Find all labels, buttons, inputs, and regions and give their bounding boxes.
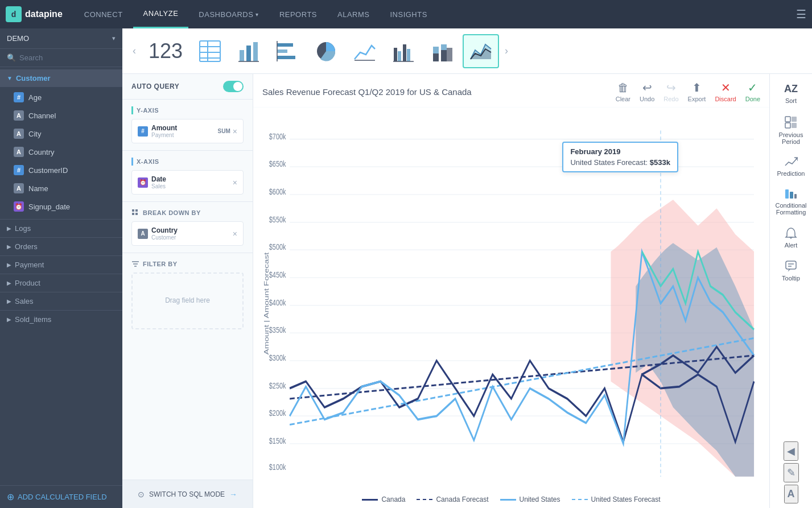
nav-item-reports[interactable]: REPORTS [269,0,327,28]
nav-item-insights[interactable]: INSIGHTS [380,0,437,28]
sidebar: DEMO ▾ 🔍 ▼ Customer # Age A Channel [0,28,122,508]
undo-icon: ↩ [642,81,652,94]
svg-rect-15 [394,48,397,61]
sidebar-item-city[interactable]: A City [0,125,122,143]
chart-type-grouped-bar[interactable] [385,34,422,68]
redo-btn[interactable]: ↪ Redo [663,81,678,102]
sidebar-item-age[interactable]: # Age [0,88,122,106]
chart-main: Sales Revenue Forecast Q1/Q2 2019 for US… [253,74,769,508]
y-axis-field-chip[interactable]: # Amount Payment SUM × [131,119,244,143]
search-input[interactable] [19,53,116,62]
sold-items-header[interactable]: ▶ Sold_items [0,311,122,328]
nav-item-analyze[interactable]: ANALYZE [133,0,189,28]
switch-sql-btn[interactable]: ⊙ SWITCH TO SQL MODE → [122,480,253,508]
add-calculated-field-btn[interactable]: ⊕ ADD CALCULATED FIELD [0,485,122,508]
sort-btn[interactable]: AZ Sort [774,79,808,109]
chart-prev-btn[interactable]: ‹ [129,43,139,59]
svg-text:$350k: $350k [269,325,286,335]
rt-collapse-btn[interactable]: ◀ [784,441,798,461]
sidebar-item-channel[interactable]: A Channel [0,106,122,125]
conditional-formatting-btn[interactable]: Conditional Formatting [774,184,808,220]
discard-icon: ✕ [721,81,731,94]
redo-icon: ↪ [666,81,676,94]
y-axis-color [131,106,133,114]
svg-rect-26 [135,209,138,212]
clear-btn[interactable]: 🗑 Clear [616,81,630,102]
logo[interactable]: d datapine [6,6,63,22]
filter-drag-area: Drag field here [131,272,244,329]
breakdown-field-close-btn[interactable]: × [233,229,237,238]
svg-text:$550k: $550k [269,214,286,224]
y-field-close-btn[interactable]: × [233,127,237,136]
sidebar-group-orders: ▶ Orders [0,237,122,255]
nav-item-alarms[interactable]: ALARMS [327,0,380,28]
export-btn[interactable]: ⬆ Export [688,81,706,102]
orders-header[interactable]: ▶ Orders [0,238,122,255]
rt-pencil-btn[interactable]: ✎ [784,463,799,482]
nav-item-dashboards[interactable]: DASHBOARDS ▾ [188,0,269,28]
alert-btn[interactable]: Alert [774,222,808,253]
right-toolbar: AZ Sort Previous Period [769,74,812,508]
sidebar-item-customerid[interactable]: # CustomerID [0,161,122,179]
legend-us-forecast-label: United States Forecast [591,495,661,503]
chart-toolbar: ‹ 123 [122,28,812,74]
prediction-btn[interactable]: Prediction [774,152,808,181]
chart-type-bar[interactable] [230,34,267,68]
legend-canada-forecast: Canada Forecast [417,495,488,503]
svg-rect-98 [790,192,793,199]
breakdown-label: BREAK DOWN BY [131,209,244,217]
auto-query-toggle[interactable] [223,81,244,92]
filter-label: FILTER BY [131,260,244,268]
done-btn[interactable]: ✓ Done [745,81,760,102]
svg-rect-95 [792,123,797,128]
svg-text:$300k: $300k [269,353,286,362]
chart-type-area[interactable] [463,34,499,68]
chart-type-pie[interactable] [308,34,344,68]
sidebar-header[interactable]: DEMO ▾ [0,28,122,49]
undo-btn[interactable]: ↩ Undo [640,81,654,102]
svg-rect-9 [277,43,293,47]
hamburger-menu[interactable]: ☰ [796,7,806,21]
undo-label: Undo [640,96,654,102]
sidebar-group-sales: ▶ Sales [0,292,122,310]
chart-title: Sales Revenue Forecast Q1/Q2 2019 for US… [262,87,472,97]
chart-next-btn[interactable]: › [501,43,512,59]
nav-item-connect[interactable]: CONNECT [74,0,133,28]
rt-text-btn[interactable]: A [784,485,798,503]
svg-rect-93 [792,117,797,122]
chart-type-stacked-bar[interactable] [424,34,460,68]
svg-point-96 [796,158,798,160]
breakdown-field-chip[interactable]: A Country Customer × [131,221,244,246]
svg-rect-10 [277,49,287,53]
previous-period-btn[interactable]: Previous Period [774,111,808,150]
previous-period-icon [784,115,798,129]
filter-icon [131,260,139,268]
logs-header[interactable]: ▶ Logs [0,220,122,237]
sales-header[interactable]: ▶ Sales [0,292,122,310]
x-field-sub: Sales [151,183,166,189]
clear-icon: 🗑 [617,81,629,94]
x-field-close-btn[interactable]: × [233,178,237,187]
product-header[interactable]: ▶ Product [0,274,122,292]
age-label: Age [28,93,42,102]
chart-type-hbar[interactable] [269,34,306,68]
chart-type-table[interactable] [192,34,228,68]
sidebar-item-country[interactable]: A Country [0,143,122,161]
switch-sql-arrow: → [229,490,237,499]
svg-rect-23 [441,44,447,50]
chart-tooltip: February 2019 United States Forecast: $5… [562,142,678,172]
svg-rect-97 [785,189,789,199]
discard-btn[interactable]: ✕ Discard [715,81,736,102]
customer-section-header[interactable]: ▼ Customer [0,69,122,87]
tooltip-label: Tooltip [782,275,800,282]
customer-chevron: ▼ [7,75,13,81]
sidebar-item-name[interactable]: A Name [0,179,122,197]
tooltip-config-btn[interactable]: Tooltip [774,255,808,286]
legend-us-forecast-line [572,499,588,500]
x-axis-field-chip[interactable]: ⏰ Date Sales × [131,170,244,195]
chart-type-line[interactable] [347,34,383,68]
payment-header[interactable]: ▶ Payment [0,256,122,274]
sidebar-group-product: ▶ Product [0,274,122,292]
sidebar-group-payment: ▶ Payment [0,255,122,274]
sidebar-item-signup-date[interactable]: ⏰ Signup_date [0,197,122,216]
